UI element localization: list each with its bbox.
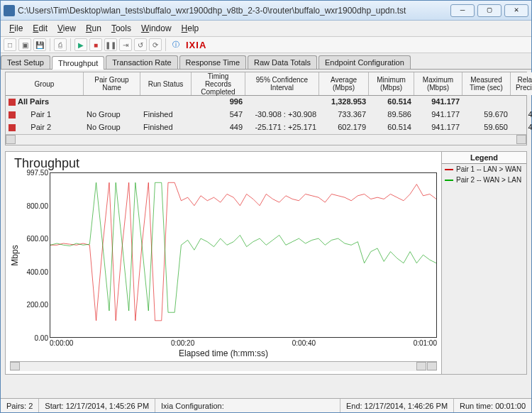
x-axis-label: Elapsed time (h:mm:ss) (10, 348, 437, 358)
menu-window[interactable]: Window (137, 22, 176, 35)
toolbar: □ ▣ 💾 ⎙ ▶ ■ ❚❚ ⇥ ↺ ⟳ ⓘ IXIA (1, 37, 531, 53)
info-icon[interactable]: ⓘ (170, 38, 182, 51)
table-row[interactable]: Pair 2No GroupFinished449-25.171 : +25.1… (6, 121, 526, 134)
y-tick: 200.00 (26, 301, 48, 309)
col-header[interactable]: Group (6, 72, 84, 95)
col-header[interactable]: Measured Time (sec) (462, 72, 511, 95)
app-window: C:\Users\Tim\Desktop\wlan_tests\buffalo_… (0, 0, 532, 413)
new-file-icon[interactable]: □ (4, 38, 16, 51)
run-icon[interactable]: ▶ (74, 38, 87, 51)
series-line (50, 182, 436, 312)
table-row[interactable]: Pair 1No GroupFinished547-30.908 : +30.9… (6, 109, 526, 121)
col-header[interactable]: Relative Precision (511, 72, 532, 95)
refresh-icon[interactable]: ⟳ (149, 38, 162, 51)
y-tick: 800.00 (26, 202, 48, 209)
open-file-icon[interactable]: ▣ (18, 38, 31, 51)
table-row[interactable]: All Pairs9961,328.95360.514941.177 (6, 96, 526, 109)
y-tick: 997.50 (26, 169, 48, 177)
x-tick: 0:00:20 (171, 339, 194, 347)
stop-icon[interactable]: ■ (89, 38, 102, 51)
minimize-button[interactable]: — (450, 4, 475, 17)
col-header[interactable]: Average (Mbps) (319, 72, 369, 95)
menu-tools[interactable]: Tools (107, 22, 135, 35)
menu-file[interactable]: File (5, 22, 27, 35)
x-tick: 0:00:40 (292, 339, 316, 347)
col-header[interactable]: Run Status (140, 72, 192, 95)
x-tick: 0:01:00 (414, 339, 437, 347)
col-header[interactable]: Timing Records Completed (192, 72, 245, 95)
sync-icon[interactable]: ↺ (134, 38, 147, 51)
maximize-button[interactable]: ▢ (477, 4, 501, 17)
status-runtime: Run time: 00:01:00 (454, 399, 531, 412)
status-start: Start: 12/17/2014, 1:45:26 PM (39, 399, 155, 412)
print-icon[interactable]: ⎙ (54, 38, 67, 51)
app-icon (4, 5, 15, 16)
chart-title: Throughput (14, 156, 437, 171)
tab-transaction-rate[interactable]: Transaction Rate (106, 55, 177, 69)
col-header[interactable]: Pair Group Name (84, 72, 140, 95)
menubar: File Edit View Run Tools Window Help (1, 21, 531, 37)
tab-endpoint-configuration[interactable]: Endpoint Configuration (318, 55, 411, 69)
y-axis-label: Mbps (10, 245, 20, 265)
tab-response-time[interactable]: Response Time (179, 55, 246, 69)
results-grid: GroupPair Group NameRun StatusTiming Rec… (5, 72, 527, 145)
save-icon[interactable]: 💾 (33, 38, 46, 51)
y-tick: 600.00 (26, 235, 48, 243)
grid-scrollbar-x[interactable] (6, 134, 526, 145)
window-title: C:\Users\Tim\Desktop\wlan_tests\buffalo_… (18, 6, 450, 16)
menu-view[interactable]: View (53, 22, 80, 35)
chart-scrollbar-x[interactable] (10, 361, 437, 371)
tab-raw-data-totals[interactable]: Raw Data Totals (248, 55, 317, 69)
status-config: Ixia Configuration: (155, 399, 340, 412)
step-icon[interactable]: ⇥ (119, 38, 132, 51)
tab-throughput[interactable]: Throughput (52, 56, 104, 70)
close-button[interactable]: ✕ (504, 4, 528, 17)
col-header[interactable]: Minimum (Mbps) (369, 72, 414, 95)
legend-header: Legend (442, 152, 526, 164)
pause-icon[interactable]: ❚❚ (104, 38, 117, 51)
x-tick: 0:00:00 (50, 339, 73, 347)
status-pairs: Pairs: 2 (1, 399, 39, 412)
y-tick: 0.00 (35, 334, 48, 342)
col-header[interactable]: Maximum (Mbps) (414, 72, 462, 95)
titlebar[interactable]: C:\Users\Tim\Desktop\wlan_tests\buffalo_… (1, 1, 531, 21)
y-tick: 400.00 (26, 268, 48, 275)
tabs: Test SetupThroughputTransaction RateResp… (1, 53, 531, 70)
menu-edit[interactable]: Edit (28, 22, 52, 35)
chart-plot[interactable] (50, 172, 437, 338)
col-header[interactable]: 95% Confidence Interval (245, 72, 319, 95)
menu-run[interactable]: Run (82, 22, 106, 35)
legend: Legend Pair 1 -- LAN > WAN Pair 2 -- WAN… (441, 152, 526, 374)
status-end: End: 12/17/2014, 1:46:26 PM (340, 399, 454, 412)
legend-item-1[interactable]: Pair 1 -- LAN > WAN (442, 164, 526, 175)
chart-panel: Throughput Mbps 997.50800.00600.00400.00… (6, 152, 441, 374)
statusbar: Pairs: 2 Start: 12/17/2014, 1:45:26 PM I… (1, 398, 531, 412)
tab-test-setup[interactable]: Test Setup (1, 55, 50, 69)
menu-help[interactable]: Help (177, 22, 204, 35)
legend-item-2[interactable]: Pair 2 -- WAN > LAN (442, 175, 526, 185)
brand-logo: IXIA (186, 40, 206, 50)
